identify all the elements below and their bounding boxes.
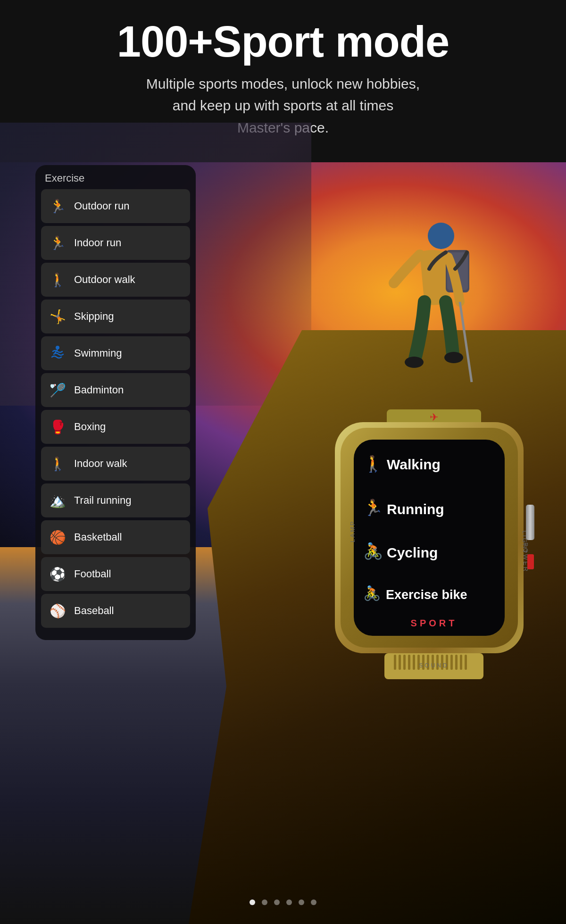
svg-rect-37 [394,655,396,670]
basketball-label: Basketball [74,531,122,543]
svg-rect-40 [408,655,410,670]
page-title: 100+Sport mode [38,19,528,65]
svg-text:🚴: 🚴 [363,541,383,561]
list-item: ⚾ Baseball [41,594,190,628]
pagination-dot-6[interactable] [311,899,316,905]
badminton-icon: 🏸 [48,380,67,400]
list-item: 🥊 Boxing [41,410,190,444]
skipping-label: Skipping [74,310,114,323]
svg-text:🚶: 🚶 [363,454,383,474]
boxing-label: Boxing [74,421,106,433]
outdoor-run-label: Outdoor run [74,200,129,212]
pagination-dots [250,899,316,905]
list-item: Swimming [41,336,190,370]
list-item: 🤸 Skipping [41,300,190,333]
svg-text:Exercise bike: Exercise bike [386,588,467,602]
trail-running-label: Trail running [74,494,131,507]
outdoor-walk-icon: 🚶 [48,270,67,290]
svg-rect-50 [455,655,458,670]
swimming-label: Swimming [74,347,122,359]
svg-text:🥊: 🥊 [50,419,66,435]
exercise-panel: Exercise 🏃 Outdoor run 🏃 Indoor run 🚶 [35,165,196,640]
svg-rect-39 [403,655,406,670]
football-label: Football [74,568,111,580]
svg-point-18 [444,352,463,363]
outdoor-run-icon: 🏃 [48,196,67,216]
list-item: 🏸 Badminton [41,373,190,407]
svg-text:🏃: 🏃 [50,199,66,214]
list-item: 🏀 Basketball [41,520,190,554]
indoor-run-icon: 🏃 [48,233,67,253]
indoor-walk-label: Indoor walk [74,458,127,470]
svg-rect-52 [465,655,467,670]
list-item: 🚶 Outdoor walk [41,263,190,297]
list-item: 🏃 Outdoor run [41,189,190,223]
svg-text:🚶: 🚶 [50,456,66,472]
svg-text:🏀: 🏀 [50,530,66,545]
svg-text:Walking: Walking [387,457,441,472]
skipping-icon: 🤸 [48,307,67,326]
svg-text:🚴: 🚴 [363,585,381,602]
list-item: 🏔️ Trail running [41,483,190,517]
svg-text:⚾: ⚾ [50,603,66,619]
indoor-walk-icon: 🚶 [48,454,67,474]
indoor-run-label: Indoor run [74,237,121,249]
svg-text:🏃: 🏃 [363,498,383,517]
pagination-dot-2[interactable] [262,899,267,905]
football-icon: ⚽ [48,564,67,584]
svg-text:⚽: ⚽ [50,566,66,582]
svg-rect-41 [413,655,415,670]
svg-text:LAMP: LAMP [349,520,356,542]
svg-text:Cycling: Cycling [387,545,438,560]
badminton-label: Badminton [74,384,124,396]
svg-line-16 [460,302,472,382]
basketball-icon: 🏀 [48,527,67,547]
smartwatch: LAMP POWER SOUND LIGHT ✈ 🚶 Walking [311,396,557,689]
hiker-figure [373,208,491,420]
svg-text:Running: Running [387,501,444,517]
content-area: Exercise 🏃 Outdoor run 🏃 Indoor run 🚶 [0,123,566,924]
baseball-icon: ⚾ [48,601,67,621]
svg-text:🏔️: 🏔️ [50,493,66,508]
svg-text:SPORT: SPORT [411,618,458,628]
list-item: 🚶 Indoor walk [41,447,190,481]
svg-rect-51 [460,655,462,670]
swimming-icon [48,343,67,363]
outdoor-walk-label: Outdoor walk [74,274,135,286]
pagination-dot-5[interactable] [299,899,304,905]
svg-rect-49 [450,655,453,670]
svg-text:🏃: 🏃 [50,235,66,251]
list-item: 🏃 Indoor run [41,226,190,260]
boxing-icon: 🥊 [48,417,67,437]
page-wrapper: 100+Sport mode Multiple sports modes, un… [0,0,566,924]
pagination-dot-3[interactable] [274,899,280,905]
svg-text:✈: ✈ [430,411,438,423]
svg-text:SOUND: SOUND [419,662,449,669]
svg-rect-61 [527,554,534,569]
svg-point-17 [405,357,424,368]
exercise-section-label: Exercise [45,172,190,184]
list-item: ⚽ Football [41,557,190,591]
svg-point-4 [56,346,59,350]
svg-text:🏸: 🏸 [50,383,66,398]
svg-text:🤸: 🤸 [50,309,66,325]
trail-running-icon: 🏔️ [48,491,67,510]
svg-text:🚶: 🚶 [50,272,66,288]
svg-point-13 [428,223,454,249]
baseball-label: Baseball [74,605,114,617]
pagination-dot-4[interactable] [286,899,292,905]
pagination-dot-1[interactable] [250,899,255,905]
svg-rect-38 [399,655,401,670]
svg-rect-60 [526,505,534,540]
